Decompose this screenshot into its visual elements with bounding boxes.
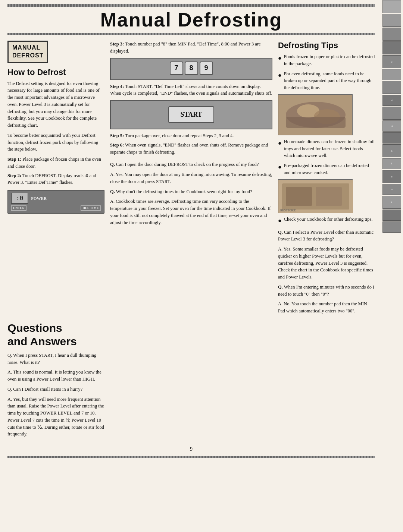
tip-2: ● For even defrosting, some foods need t…	[278, 70, 375, 91]
q5-text: Q. Can I select a Power Level other than…	[278, 229, 375, 243]
sidebar-tab-2[interactable]	[382, 14, 401, 27]
a5-text: A. Yes. Some smaller foods may be defros…	[278, 246, 375, 281]
def-time-label: DEF TIME	[81, 205, 101, 211]
tip-5-text: Check your Cookbook for other defrosting…	[284, 216, 373, 223]
a4-text: A. Cookbook times are average. Defrostin…	[110, 198, 272, 226]
sidebar-tab-12[interactable]: b	[382, 144, 401, 157]
sidebar-tab-3[interactable]	[382, 28, 401, 41]
right-column: Defrosting Tips ● Foods frozen in paper …	[278, 41, 375, 318]
svg-rect-4	[286, 117, 346, 128]
tip-3-bullet: ●	[278, 139, 282, 148]
tip-3: ● Homemade dinners can be frozen in shal…	[278, 138, 375, 159]
keypad-row: 7 8 9	[114, 62, 269, 75]
tip-1-bullet: ●	[278, 54, 282, 63]
tip-3-text: Homemade dinners can be frozen in shallo…	[284, 138, 375, 159]
qa-left-col: Questions and Answers Q. When I press ST…	[7, 321, 104, 441]
svg-rect-7	[286, 187, 312, 206]
sidebar-tab-4[interactable]	[382, 41, 401, 54]
key-7[interactable]: 7	[170, 62, 183, 75]
sidebar-tab-15[interactable]: o	[382, 184, 401, 195]
sidebar-tab-16[interactable]: ℓ	[382, 196, 401, 209]
sidebar-tab-18[interactable]	[382, 221, 401, 233]
food-image-2: BEST FOOD	[278, 179, 353, 213]
sidebar-tab-14[interactable]: b	[382, 170, 401, 183]
tip-5-bullet: ●	[278, 216, 282, 225]
how-to-defrost-intro: The Defrost setting is designed for even…	[7, 80, 104, 129]
step4-text: Step 4: Touch START. "Def Time Left" sho…	[110, 83, 272, 97]
how-to-defrost-intro2: To become better acquainted with your De…	[7, 132, 104, 153]
step6-text: Step 6: When oven signals, "END" flashes…	[110, 142, 272, 156]
top-border	[7, 4, 375, 7]
start-button[interactable]: START	[168, 106, 214, 123]
qa-spacer	[110, 321, 375, 441]
a6-text: A. No. You touch the number pad then the…	[278, 300, 375, 315]
how-to-defrost-heading: How to Defrost	[7, 67, 104, 77]
page-number: 9	[7, 446, 375, 452]
food-image-1	[278, 94, 353, 135]
sidebar-tab-13[interactable]: ℓ	[382, 158, 401, 169]
tip-4: ● Pre-packaged frozen dinners can be def…	[278, 162, 375, 176]
badge-line1: MANUAL	[12, 44, 43, 52]
qa-middle-section: Q. Can I open the door during DEFROST to…	[110, 161, 272, 226]
badge-line2: DEFROST	[12, 52, 43, 60]
step2-text: Step 2: Touch DEFROST. Display reads :0 …	[7, 172, 104, 186]
qa-heading: Questions and Answers	[7, 321, 104, 348]
start-button-container: START	[110, 100, 272, 129]
middle-column: Step 3: Touch number pad "8" then MIN Pa…	[110, 41, 272, 229]
sidebar-tab-7[interactable]	[382, 81, 401, 94]
sidebar-tab-9[interactable]	[382, 107, 401, 120]
main-content: Manual Defrosting MANUAL DEFROST How to …	[0, 0, 382, 466]
qa-right-section: Q. Can I select a Power Level other than…	[278, 229, 375, 315]
manual-defrost-badge: MANUAL DEFROST	[7, 41, 48, 63]
oven-display-step2: :0 POWER ENTER DEF TIME	[7, 190, 104, 214]
keypad-image: 7 8 9	[110, 58, 272, 80]
food-svg-1	[278, 94, 352, 135]
sidebar-tab-17[interactable]	[382, 210, 401, 221]
q3-text: Q. Can I open the door during DEFROST to…	[110, 161, 272, 168]
main-columns: MANUAL DEFROST How to Defrost The Defros…	[7, 41, 375, 318]
step5-text: Step 5: Turn package over, close door an…	[110, 132, 272, 139]
tip-1: ● Foods frozen in paper or plastic can b…	[278, 53, 375, 67]
a2-text: A. Yes, but they will need more frequent…	[7, 396, 104, 438]
key-8[interactable]: 8	[185, 62, 198, 75]
sidebar-tab-10[interactable]: e↓	[382, 120, 401, 132]
tip-4-text: Pre-packaged frozen dinners can be defro…	[284, 162, 375, 176]
sidebar-tab-5[interactable]: c	[382, 55, 401, 68]
svg-rect-8	[316, 187, 342, 206]
key-9[interactable]: 9	[200, 62, 213, 75]
page-wrapper: c e↓ e↓ b ℓ b o ℓ Manual Defrosting MANU	[0, 0, 403, 532]
bottom-border	[7, 456, 375, 458]
enter-label: ENTER	[11, 205, 26, 211]
q6-text: Q. When I'm entering minutes with no sec…	[278, 284, 375, 298]
sidebar-tab-8[interactable]: e↓	[382, 95, 401, 106]
defrosting-tips-heading: Defrosting Tips	[278, 41, 375, 50]
step3-text: Step 3: Touch number pad "8" then MIN Pa…	[110, 41, 272, 55]
q4-text: Q. Why don't the defrosting times in the…	[110, 188, 272, 195]
tip-1-text: Foods frozen in paper or plastic can be …	[284, 53, 375, 67]
a1-text: A. This sound is normal. It is letting y…	[7, 369, 104, 383]
svg-text:BEST FOOD: BEST FOOD	[280, 209, 296, 212]
sidebar-tab-1[interactable]	[382, 0, 401, 13]
sidebar-tab-6[interactable]	[382, 69, 401, 80]
qa-bottom-section: Questions and Answers Q. When I press ST…	[7, 321, 375, 441]
sidebar-tab-11[interactable]	[382, 132, 401, 144]
food-svg-2: BEST FOOD	[278, 180, 353, 213]
step1-text: Step 1: Place package of frozen chops in…	[7, 156, 104, 170]
title-border	[7, 33, 375, 35]
q1-text: Q. When I press START, I hear a dull thu…	[7, 352, 104, 366]
tip-2-text: For even defrosting, some foods need to …	[284, 70, 375, 91]
page-title: Manual Defrosting	[7, 9, 375, 31]
right-sidebar: c e↓ e↓ b ℓ b o ℓ	[382, 0, 403, 532]
tip-2-bullet: ●	[278, 71, 282, 80]
tip-4-bullet: ●	[278, 163, 282, 171]
a3-text: A. Yes. You may open the door at any tim…	[110, 171, 272, 185]
tip-5: ● Check your Cookbook for other defrosti…	[278, 216, 375, 225]
left-column: MANUAL DEFROST How to Defrost The Defros…	[7, 41, 104, 217]
q2-text: Q. Can I Defrost small items in a hurry?	[7, 386, 104, 393]
